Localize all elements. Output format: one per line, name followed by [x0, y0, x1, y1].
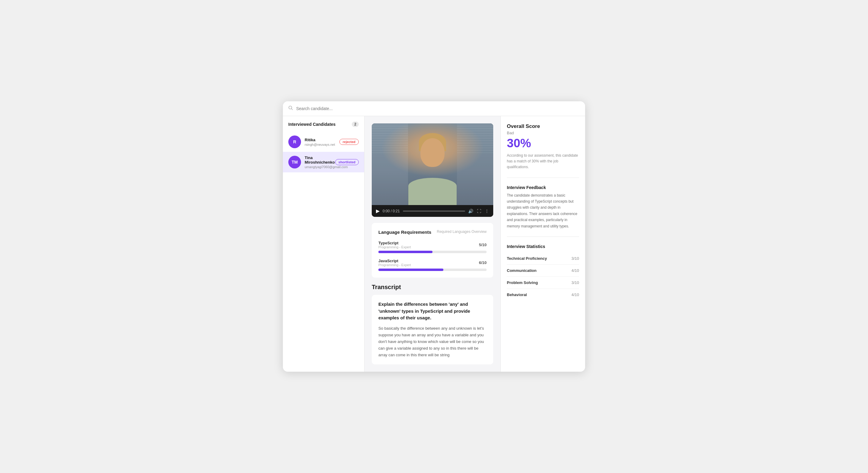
lang-name-typescript: TypeScript	[378, 241, 411, 245]
lang-row-typescript: TypeScript Programming - Expert 5/10	[378, 241, 487, 253]
candidate-email-ritika: rsingh@neuvays.net	[305, 143, 336, 146]
transcript-section: Transcript Explain the differences betwe…	[372, 284, 493, 364]
score-description: According to our assessment, this candid…	[507, 153, 579, 170]
lang-name-javascript: JavaScript	[378, 259, 411, 263]
stat-row-communication: Communication 4/10	[507, 265, 579, 277]
lang-card-header: Language Requirements Required Languages…	[378, 230, 487, 235]
candidate-count: 2	[352, 122, 359, 127]
video-icons: 🔊 ⛶ ⋮	[468, 209, 489, 213]
score-label: Bad	[507, 131, 579, 135]
search-bar	[283, 101, 585, 116]
center-content: ▶ 0:00 / 0:21 🔊 ⛶ ⋮ Language Requirement…	[365, 116, 500, 372]
more-options-icon[interactable]: ⋮	[485, 209, 489, 213]
lang-row-javascript: JavaScript Programming - Expert 6/10	[378, 259, 487, 271]
sidebar-title: Interviewed Candidates	[288, 122, 336, 127]
transcript-question: Explain the differences between 'any' an…	[378, 301, 487, 322]
feedback-text: The candidate demonstrates a basic under…	[507, 193, 579, 229]
lang-info-typescript: TypeScript Programming - Expert 5/10	[378, 241, 487, 249]
candidate-email-tina: umangtyagi7060@gmail.com	[305, 165, 332, 169]
lang-bar-bg-typescript	[378, 251, 487, 253]
candidate-info-ritika: Ritika rsingh@neuvays.net	[305, 138, 336, 146]
avatar-ritika: R	[288, 136, 301, 148]
overall-score-section: Overall Score Bad 30% According to our a…	[507, 123, 579, 170]
feedback-title: Interview Feedback	[507, 185, 579, 190]
score-value: 30%	[507, 137, 579, 150]
lang-level-javascript: Programming - Expert	[378, 263, 411, 267]
stat-name-behavioral: Behavioral	[507, 292, 527, 297]
language-requirements-card: Language Requirements Required Languages…	[372, 223, 493, 278]
stat-name-problem-solving: Problem Solving	[507, 280, 538, 285]
search-input[interactable]	[296, 106, 580, 111]
candidate-name-tina: Tina Miroshnichenko	[305, 155, 332, 165]
transcript-title: Transcript	[372, 284, 493, 291]
stat-score-technical: 3/10	[571, 256, 579, 261]
lang-bar-fill-javascript	[378, 269, 443, 271]
stats-section: Interview Statistics Technical Proficien…	[507, 244, 579, 301]
person-face	[421, 138, 444, 167]
lang-score-javascript: 6/10	[479, 260, 487, 265]
stat-row-technical: Technical Proficiency 3/10	[507, 253, 579, 265]
overall-score-title: Overall Score	[507, 123, 579, 129]
lang-score-typescript: 5/10	[479, 242, 487, 247]
app-container: Interviewed Candidates 2 R Ritika rsingh…	[283, 101, 585, 372]
stat-name-technical: Technical Proficiency	[507, 256, 547, 261]
person-body	[408, 178, 457, 205]
candidate-item-tina[interactable]: TM Tina Miroshnichenko umangtyagi7060@gm…	[283, 152, 364, 172]
stats-title: Interview Statistics	[507, 244, 579, 249]
candidate-info-tina: Tina Miroshnichenko umangtyagi7060@gmail…	[305, 155, 332, 169]
stat-name-communication: Communication	[507, 268, 536, 273]
volume-icon[interactable]: 🔊	[468, 209, 473, 213]
video-controls: ▶ 0:00 / 0:21 🔊 ⛶ ⋮	[372, 205, 493, 217]
sidebar: Interviewed Candidates 2 R Ritika rsingh…	[283, 116, 365, 372]
stat-row-behavioral: Behavioral 4/10	[507, 289, 579, 301]
fullscreen-icon[interactable]: ⛶	[477, 209, 481, 213]
stat-score-behavioral: 4/10	[571, 292, 579, 297]
feedback-section: Interview Feedback The candidate demonst…	[507, 185, 579, 229]
main-layout: Interviewed Candidates 2 R Ritika rsingh…	[283, 116, 585, 372]
candidate-name-ritika: Ritika	[305, 138, 336, 142]
lang-card-subtitle: Required Languages Overview	[437, 230, 487, 234]
lang-bar-fill-typescript	[378, 251, 433, 253]
video-player[interactable]: ▶ 0:00 / 0:21 🔊 ⛶ ⋮	[372, 123, 493, 217]
blinds-right	[457, 123, 493, 205]
stat-score-communication: 4/10	[571, 268, 579, 273]
status-badge-ritika: rejected	[339, 139, 359, 145]
video-thumbnail	[372, 123, 493, 205]
video-progress-bar[interactable]	[403, 210, 465, 212]
lang-bar-bg-javascript	[378, 269, 487, 271]
lang-level-typescript: Programming - Expert	[378, 245, 411, 249]
lang-info-javascript: JavaScript Programming - Expert 6/10	[378, 259, 487, 267]
transcript-answer: So basically the difference between any …	[378, 325, 487, 358]
stat-score-problem-solving: 3/10	[571, 280, 579, 285]
sidebar-header: Interviewed Candidates 2	[283, 122, 364, 132]
avatar-tina: TM	[288, 156, 301, 169]
right-panel: Overall Score Bad 30% According to our a…	[500, 116, 585, 372]
candidate-item-ritika[interactable]: R Ritika rsingh@neuvays.net rejected	[283, 132, 364, 152]
play-button[interactable]: ▶	[376, 208, 380, 214]
video-time: 0:00 / 0:21	[383, 209, 400, 213]
transcript-card: Explain the differences between 'any' an…	[372, 295, 493, 364]
svg-line-1	[292, 109, 293, 110]
lang-card-title: Language Requirements	[378, 230, 431, 235]
status-badge-tina: shortlisted	[335, 159, 359, 165]
search-icon	[288, 106, 293, 112]
stat-row-problem-solving: Problem Solving 3/10	[507, 277, 579, 289]
